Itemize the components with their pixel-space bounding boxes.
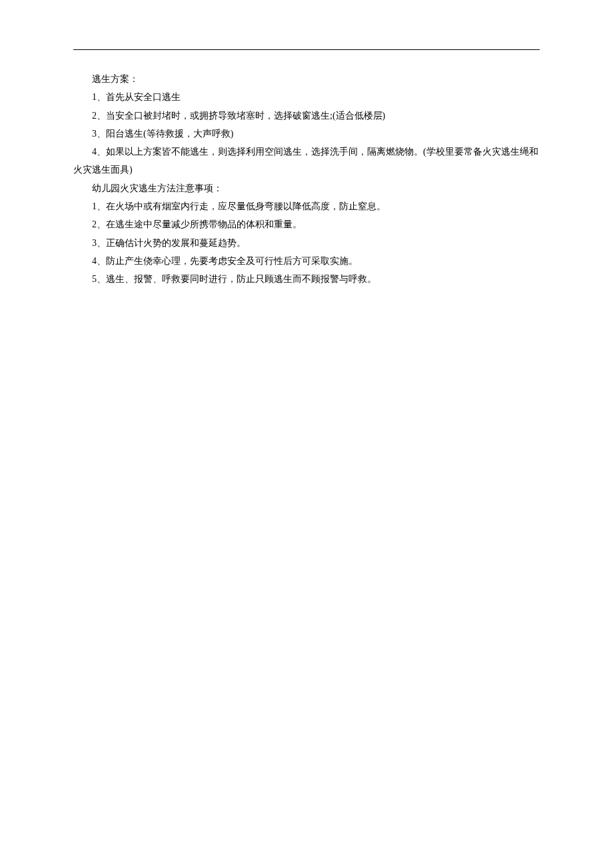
horizontal-rule — [73, 49, 540, 50]
section2-item: 5、逃生、报警、呼救要同时进行，防止只顾逃生而不顾报警与呼救。 — [73, 270, 540, 288]
item-number: 5、 — [92, 274, 106, 284]
item-number: 3、 — [92, 129, 106, 139]
item-text: 阳台逃生(等待救援，大声呼救) — [106, 129, 233, 139]
item-text: 在火场中或有烟室内行走，应尽量低身弯腰以降低高度，防止窒息。 — [106, 201, 386, 211]
section1-item: 3、阳台逃生(等待救援，大声呼救) — [73, 125, 540, 143]
section1-item: 2、当安全口被封堵时，或拥挤导致堵塞时，选择破窗逃生;(适合低楼层) — [73, 107, 540, 125]
item-text: 首先从安全口逃生 — [106, 92, 181, 102]
item-text: 在逃生途中尽量减少所携带物品的体积和重量。 — [106, 219, 302, 229]
item-number: 2、 — [92, 111, 106, 121]
item-text: 当安全口被封堵时，或拥挤导致堵塞时，选择破窗逃生;(适合低楼层) — [106, 111, 385, 121]
section2-item: 2、在逃生途中尽量减少所携带物品的体积和重量。 — [73, 215, 540, 233]
document-page: 逃生方案： 1、首先从安全口逃生 2、当安全口被封堵时，或拥挤导致堵塞时，选择破… — [73, 49, 540, 289]
item-number: 2、 — [92, 219, 106, 229]
section2-item: 4、防止产生侥幸心理，先要考虑安全及可行性后方可采取实施。 — [73, 252, 540, 270]
section1-item: 4、如果以上方案皆不能逃生，则选择利用空间逃生，选择洗手间，隔离燃烧物。(学校里… — [73, 143, 540, 179]
section2-heading: 幼儿园火灾逃生方法注意事项： — [73, 179, 540, 197]
item-text: 如果以上方案皆不能逃生，则选择利用空间逃生，选择洗手间，隔离燃烧物。(学校里要常… — [73, 147, 538, 175]
section1-heading: 逃生方案： — [73, 70, 540, 88]
item-text: 防止产生侥幸心理，先要考虑安全及可行性后方可采取实施。 — [106, 256, 358, 266]
item-text: 正确估计火势的发展和蔓延趋势。 — [106, 238, 246, 248]
item-number: 4、 — [92, 256, 106, 266]
item-number: 1、 — [92, 92, 106, 102]
section2-item: 3、正确估计火势的发展和蔓延趋势。 — [73, 234, 540, 252]
item-number: 1、 — [92, 201, 106, 211]
item-number: 3、 — [92, 238, 106, 248]
section1-item: 1、首先从安全口逃生 — [73, 88, 540, 106]
item-number: 4、 — [92, 147, 106, 157]
section2-item: 1、在火场中或有烟室内行走，应尽量低身弯腰以降低高度，防止窒息。 — [73, 197, 540, 215]
item-text: 逃生、报警、呼救要同时进行，防止只顾逃生而不顾报警与呼救。 — [106, 274, 376, 284]
